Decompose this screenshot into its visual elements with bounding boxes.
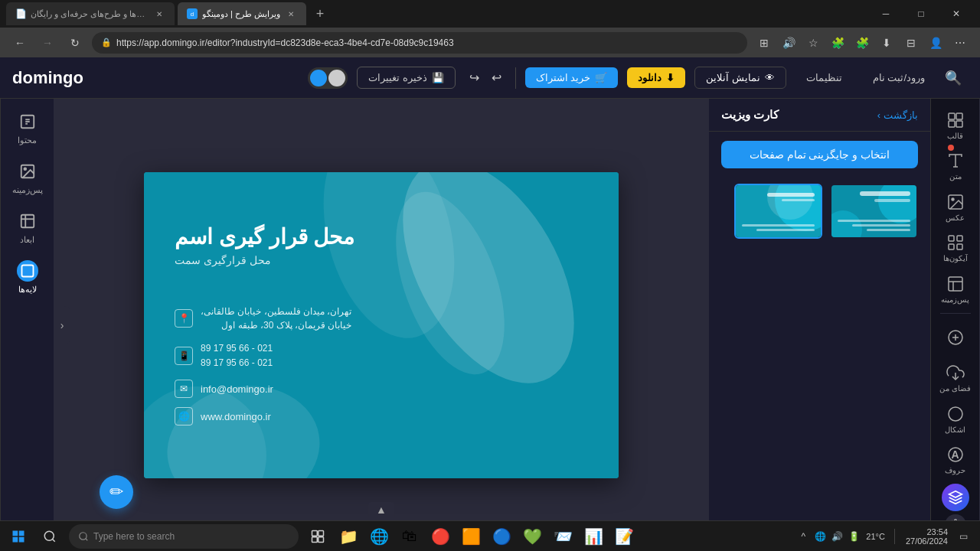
app10-icon[interactable]: 📝 xyxy=(609,522,639,551)
back-button[interactable]: ← xyxy=(9,32,31,54)
taskbar-clock[interactable]: 23:54 27/06/2024 xyxy=(901,526,952,547)
browser-actions: ⊞ 🔊 ☆ 🧩 🧩 ⬇ ⊟ 👤 ⋯ xyxy=(753,32,971,54)
tray-temp: 21°C xyxy=(866,532,885,541)
card-position: محل قرارگیری سمت xyxy=(175,254,271,266)
tab-2-favicon: d xyxy=(187,8,198,19)
tray-sound-icon[interactable]: 🔊 xyxy=(829,529,844,544)
background-panel-icon[interactable]: پس‌زمینه xyxy=(935,269,976,310)
read-aloud-button[interactable]: 🔊 xyxy=(778,32,799,54)
card-phone: 021 - 66 95 17 89 021 - 66 95 17 89 xyxy=(201,341,273,370)
shapes-label: اشکال xyxy=(945,425,965,434)
file-explorer-icon[interactable]: 📁 xyxy=(334,522,363,551)
svg-rect-16 xyxy=(949,236,954,241)
tray-battery-icon[interactable]: 🔋 xyxy=(846,529,861,544)
extensions-button[interactable]: 🧩 xyxy=(851,32,873,54)
notification-badge xyxy=(948,145,954,151)
location-icon: 📍 xyxy=(175,309,193,328)
store-icon[interactable]: 🛍 xyxy=(395,522,424,551)
taskbar-right: ^ 🌐 🔊 🔋 21°C 23:54 27/06/2024 ▭ xyxy=(795,526,977,547)
card-address: تهران، میدان فلسطین، خیابان طالقانی،خیاب… xyxy=(201,305,351,332)
svg-rect-9 xyxy=(21,266,33,277)
tab-2-close[interactable]: ✕ xyxy=(285,8,297,20)
online-label: نمایش آنلاین xyxy=(706,72,760,83)
photo-icon[interactable]: عکس xyxy=(935,187,976,228)
app4-icon[interactable]: 🔴 xyxy=(426,522,455,551)
tab-1[interactable]: 📄 قالب‌ها و طرح‌های حرفه‌ای و رایگان ✕ xyxy=(6,2,175,25)
shapes-icon[interactable]: اشکال xyxy=(935,399,976,440)
web-icon: 🌐 xyxy=(175,407,193,425)
tool-dimensions[interactable]: ابعاد xyxy=(5,204,51,251)
task-view-icon[interactable] xyxy=(303,522,332,551)
template-thumb-1[interactable] xyxy=(830,184,918,239)
app7-icon[interactable]: 💚 xyxy=(518,522,547,551)
template-icon[interactable]: قالب xyxy=(935,105,976,146)
tab-1-close[interactable]: ✕ xyxy=(153,8,165,20)
svg-point-5 xyxy=(24,168,26,170)
tool-content[interactable]: محتوا xyxy=(5,105,51,152)
show-desktop-button[interactable]: ▭ xyxy=(956,529,971,544)
url-input[interactable]: 🔒 https://app.domingo.ir/editor?industry… xyxy=(92,32,747,54)
app5-icon[interactable]: 🟧 xyxy=(456,522,485,551)
add-element-button[interactable] xyxy=(935,317,976,358)
start-button[interactable] xyxy=(3,522,34,551)
tab-2[interactable]: d ویرایش طرح | دومینگو ✕ xyxy=(178,2,306,25)
close-button[interactable]: ✕ xyxy=(939,2,974,25)
save-button[interactable]: 💾 ذخیره تغییرات xyxy=(357,67,456,89)
undo-button[interactable]: ↩ xyxy=(487,67,506,88)
collapse-panel-button[interactable]: ▲ xyxy=(368,502,394,517)
select-all-button[interactable]: انتخاب و جایگزینی تمام صفحات xyxy=(721,141,918,168)
favorites-button[interactable]: ☆ xyxy=(802,32,824,54)
tool-background[interactable]: پس‌زمینه xyxy=(5,155,51,201)
tool-layers[interactable]: لایه‌ها xyxy=(5,254,51,301)
collections-button[interactable]: 🧩 xyxy=(827,32,848,54)
light-mode-dot xyxy=(328,70,345,86)
panel-collapse-button[interactable]: › xyxy=(54,306,70,344)
tray-arrow-icon[interactable]: ^ xyxy=(795,529,811,544)
new-tab-button[interactable]: + xyxy=(309,3,331,24)
fab-edit-button[interactable]: ✏ xyxy=(100,475,133,509)
forward-button[interactable]: → xyxy=(37,32,58,54)
tray-network-icon[interactable]: 🌐 xyxy=(812,529,828,544)
add-to-apps-button[interactable]: ⊞ xyxy=(753,32,775,54)
refresh-button[interactable]: ↻ xyxy=(64,32,86,54)
app8-icon[interactable]: 📨 xyxy=(548,522,577,551)
minimize-button[interactable]: ─ xyxy=(868,2,903,25)
thumb2-footer xyxy=(742,224,815,231)
design-canvas[interactable]: محل قرار گیری اسم محل قرارگیری سمت تهران… xyxy=(144,172,619,478)
sidebar-button[interactable]: ⊟ xyxy=(900,32,922,54)
app6-icon[interactable]: 🔵 xyxy=(487,522,516,551)
settings-button[interactable]: تنظیمات xyxy=(795,67,853,88)
tool-background-label: پس‌زمینه xyxy=(12,185,43,195)
subscribe-button[interactable]: 🛒 خرید اشتراک xyxy=(525,67,619,88)
template-icon-label: قالب xyxy=(947,132,963,140)
profile-button[interactable]: 👤 xyxy=(925,32,946,54)
maximize-button[interactable]: □ xyxy=(903,2,939,25)
login-button[interactable]: ورود/ثبت نام xyxy=(862,67,936,88)
online-preview-button[interactable]: 👁 نمایش آنلاین xyxy=(694,67,786,89)
icons-panel-icon[interactable]: آیکون‌ها xyxy=(935,228,976,269)
task-search-icon[interactable] xyxy=(35,522,64,551)
system-tray: ^ 🌐 🔊 🔋 21°C xyxy=(795,529,888,544)
app9-icon[interactable]: 📊 xyxy=(579,522,608,551)
thumb1-line2 xyxy=(874,199,911,202)
text-icon[interactable]: متن xyxy=(935,146,976,187)
ai-button[interactable] xyxy=(942,484,969,511)
template-thumb-2[interactable] xyxy=(734,184,822,239)
fonts-icon[interactable]: A حروف xyxy=(935,439,976,481)
taskbar-search[interactable]: Type here to search xyxy=(69,524,299,549)
edge-icon[interactable]: 🌐 xyxy=(364,522,394,551)
panel-thumbnails xyxy=(709,178,930,245)
search-icon[interactable]: 🔍 xyxy=(945,70,962,86)
more-button[interactable]: ⋯ xyxy=(949,32,971,54)
card-phone-row: 021 - 66 95 17 89 021 - 66 95 17 89 📱 xyxy=(175,341,588,370)
download-button[interactable]: ⬇ دانلود xyxy=(627,67,685,88)
redo-button[interactable]: ↪ xyxy=(465,67,484,88)
theme-toggle[interactable] xyxy=(308,67,348,89)
svg-rect-11 xyxy=(956,113,962,119)
back-button[interactable]: بازگشت › xyxy=(877,109,918,121)
myspace-icon[interactable]: فضای من xyxy=(935,357,976,399)
tab-bar: 📄 قالب‌ها و طرح‌های حرفه‌ای و رایگان ✕ d… xyxy=(0,0,980,28)
undo-redo-group: ↩ ↪ xyxy=(465,67,506,88)
downloads-button[interactable]: ⬇ xyxy=(876,32,897,54)
card-name: محل قرار گیری اسم xyxy=(175,224,354,249)
